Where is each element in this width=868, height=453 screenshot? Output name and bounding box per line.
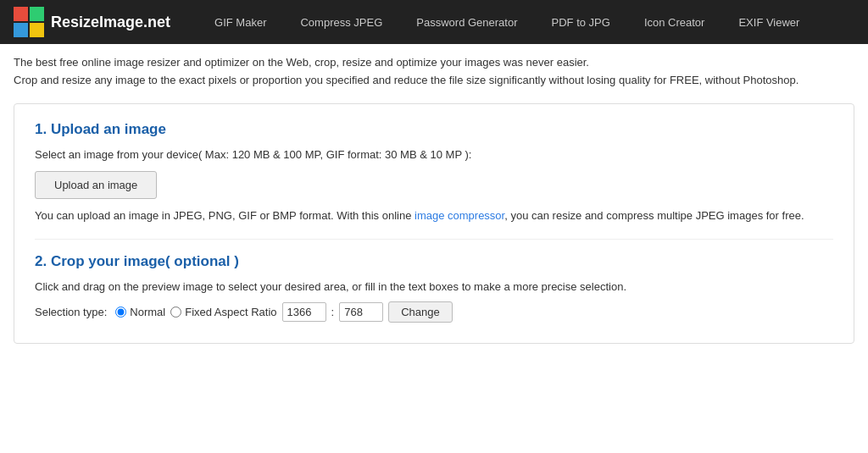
section-divider	[35, 239, 833, 240]
section1-subtitle: Select an image from your device( Max: 1…	[35, 148, 833, 161]
width-input[interactable]	[282, 302, 326, 322]
change-button[interactable]: Change	[388, 301, 453, 323]
logo-text: ResizeImage.net	[51, 14, 170, 31]
selection-row: Selection type: Normal Fixed Aspect Rati…	[35, 301, 833, 323]
radio-normal-label[interactable]: Normal	[115, 306, 165, 318]
colon-separator: :	[331, 306, 335, 318]
radio-normal-text: Normal	[130, 306, 165, 318]
radio-fixed[interactable]	[170, 307, 181, 318]
section1-title: 1. Upload an image	[35, 121, 833, 138]
height-input[interactable]	[339, 302, 383, 322]
svg-rect-0	[14, 7, 28, 21]
svg-rect-3	[30, 23, 44, 37]
radio-fixed-text: Fixed Aspect Ratio	[185, 306, 276, 318]
tagline2: Crop and resize any image to the exact p…	[14, 74, 854, 86]
header: ResizeImage.net GIF Maker Compress JPEG …	[0, 0, 868, 44]
crop-note: Click and drag on the preview image to s…	[35, 280, 833, 293]
nav-password-generator[interactable]: Password Generator	[399, 0, 534, 44]
nav: GIF Maker Compress JPEG Password Generat…	[198, 0, 854, 44]
card: 1. Upload an image Select an image from …	[14, 103, 854, 344]
tagline1: The best free online image resizer and o…	[14, 56, 854, 69]
nav-icon-creator[interactable]: Icon Creator	[627, 0, 722, 44]
section1: 1. Upload an image Select an image from …	[35, 121, 833, 222]
selection-label: Selection type:	[35, 306, 107, 318]
upload-button[interactable]: Upload an image	[35, 171, 157, 199]
radio-normal[interactable]	[115, 307, 126, 318]
section2: 2. Crop your image( optional ) Click and…	[35, 253, 833, 323]
logo-icon	[14, 7, 44, 37]
image-compressor-link[interactable]: image compressor	[415, 209, 504, 222]
logo-area: ResizeImage.net	[14, 7, 170, 37]
nav-gif-maker[interactable]: GIF Maker	[198, 0, 283, 44]
nav-exif-viewer[interactable]: EXIF Viewer	[721, 0, 816, 44]
radio-fixed-label[interactable]: Fixed Aspect Ratio	[170, 306, 276, 318]
upload-note-before: You can upload an image in JPEG, PNG, GI…	[35, 209, 415, 222]
nav-pdf-to-jpg[interactable]: PDF to JPG	[535, 0, 627, 44]
upload-note: You can upload an image in JPEG, PNG, GI…	[35, 209, 833, 222]
nav-compress-jpeg[interactable]: Compress JPEG	[283, 0, 399, 44]
content: The best free online image resizer and o…	[0, 44, 868, 344]
svg-rect-2	[14, 23, 28, 37]
svg-rect-1	[30, 7, 44, 21]
section2-title: 2. Crop your image( optional )	[35, 253, 833, 270]
upload-note-after: , you can resize and compress multipe JP…	[504, 209, 804, 222]
